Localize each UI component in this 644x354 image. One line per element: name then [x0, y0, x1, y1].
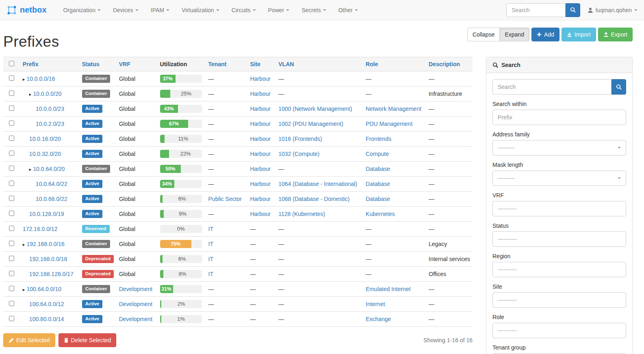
tenant-cell: — [206, 312, 248, 327]
column-header-site[interactable]: Site [247, 57, 276, 71]
filter-select-address-family[interactable]: --------- [492, 140, 626, 155]
utilization-bar: 25% [160, 90, 202, 98]
prefix-link[interactable]: 10.0.0.0/23 [36, 106, 64, 112]
column-header-tenant[interactable]: Tenant [206, 57, 248, 71]
expand-button[interactable]: Expand [499, 28, 529, 41]
row-checkbox[interactable] [9, 196, 14, 201]
column-header-vrf[interactable]: VRF [117, 57, 158, 71]
vrf-cell: Global [117, 237, 158, 252]
row-checkbox[interactable] [9, 226, 14, 231]
row-checkbox[interactable] [9, 121, 14, 126]
filter-search-input[interactable] [492, 79, 611, 95]
column-header-description[interactable]: Description [426, 57, 473, 71]
navbar-search [506, 3, 580, 17]
filter-group-vrf: VRF---------- [492, 192, 626, 216]
site-cell: Harbour [247, 192, 276, 207]
search-icon [616, 84, 622, 90]
row-checkbox[interactable] [9, 271, 14, 276]
vrf-cell: Development [117, 282, 158, 297]
nav-menu-secrets[interactable]: Secrets [295, 0, 332, 20]
user-icon [588, 7, 593, 13]
utilization-bar: 6% [160, 255, 202, 263]
row-checkbox[interactable] [9, 316, 14, 321]
row-checkbox[interactable] [9, 106, 14, 111]
filter-search-button[interactable] [611, 79, 626, 95]
row-checkbox[interactable] [9, 151, 14, 156]
prefix-link[interactable]: 10.0.0.0/20 [33, 91, 61, 97]
row-checkbox[interactable] [9, 76, 14, 81]
nav-menu-ipam[interactable]: IPAM [145, 0, 176, 20]
table-row: 172.16.0.0/12 Reserved Global 0% IT — — … [3, 222, 473, 237]
nav-menu-circuits[interactable]: Circuits [226, 0, 262, 20]
prefix-link[interactable]: 192.168.0.0/18 [29, 256, 67, 262]
prefix-link[interactable]: 100.64.0.0/12 [29, 301, 64, 307]
description-cell: — [426, 162, 473, 177]
collapse-button[interactable]: Collapse [467, 28, 500, 41]
user-menu[interactable]: luqman.qohen [588, 7, 637, 13]
prefix-link[interactable]: 10.0.128.0/19 [29, 211, 64, 217]
prefix-link[interactable]: 10.0.32.0/20 [29, 151, 61, 157]
column-header-role[interactable]: Role [363, 57, 426, 71]
add-button[interactable]: Add [531, 28, 559, 41]
filter-label-status: Status [492, 222, 626, 229]
row-checkbox[interactable] [9, 286, 14, 291]
column-header-vlan[interactable]: VLAN [276, 57, 363, 71]
row-checkbox[interactable] [9, 241, 14, 246]
description-cell: — [426, 312, 473, 327]
site-cell: Harbour [247, 177, 276, 192]
prefix-link[interactable]: 100.64.0.0/10 [26, 286, 61, 292]
description-cell: Offices [426, 267, 473, 282]
row-checkbox[interactable] [9, 91, 14, 96]
filter-multi-status[interactable]: ---------- [492, 231, 626, 247]
table-row: 10.0.64.0/22 Active Global 34% — Harbour… [3, 177, 473, 192]
filter-multi-vrf[interactable]: ---------- [492, 201, 626, 216]
navbar-search-button[interactable] [566, 3, 580, 17]
delete-selected-button[interactable]: Delete Selected [59, 333, 117, 347]
prefix-link[interactable]: 192.168.128.0/17 [29, 271, 74, 277]
vrf-cell: Global [117, 101, 158, 117]
nav-menu-organization[interactable]: Organization [57, 0, 107, 20]
row-checkbox[interactable] [9, 166, 14, 171]
prefix-link[interactable]: 10.0.68.0/22 [36, 196, 67, 202]
filter-multi-site[interactable]: ---------- [492, 292, 626, 308]
nav-menu-other[interactable]: Other [332, 0, 364, 20]
select-all-checkbox[interactable] [9, 61, 14, 66]
prefix-link[interactable]: 10.0.16.0/20 [29, 136, 61, 142]
filter-multi-region[interactable]: ---------- [492, 262, 626, 277]
utilization-bar: 9% [160, 210, 202, 218]
prefix-link[interactable]: 10.0.64.0/20 [33, 166, 65, 172]
column-header-prefix[interactable]: Prefix [20, 57, 80, 71]
search-icon [570, 7, 576, 13]
row-checkbox[interactable] [9, 211, 14, 216]
filter-select-mask-length[interactable]: --------- [492, 171, 626, 186]
prefix-link[interactable]: 10.0.0.0/16 [26, 76, 55, 82]
vlan-cell: — [276, 222, 363, 237]
nav-menu-virtualization[interactable]: Virtualization [176, 0, 226, 20]
row-checkbox[interactable] [9, 136, 14, 141]
navbar-search-input[interactable] [506, 3, 566, 17]
role-cell: Database [363, 177, 426, 192]
tenant-cell: Public Sector [206, 192, 248, 207]
filter-input-search-within[interactable] [492, 110, 626, 125]
table-row: ▸10.0.0.0/20 Container Global 25% — Harb… [3, 86, 473, 101]
prefix-link[interactable]: 192.168.0.0/16 [26, 241, 64, 247]
vrf-cell: Development [117, 297, 158, 312]
nav-menu-power[interactable]: Power [262, 0, 296, 20]
netbox-brand[interactable]: netbox [7, 5, 47, 15]
row-checkbox[interactable] [9, 181, 14, 186]
table-row: 100.80.0.0/14 Active Development 1% — — … [3, 312, 473, 327]
edit-selected-button[interactable]: Edit Selected [3, 333, 55, 347]
prefix-link[interactable]: 10.0.2.0/23 [36, 121, 64, 127]
nav-menu-devices[interactable]: Devices [107, 0, 145, 20]
row-checkbox[interactable] [9, 301, 14, 306]
filter-input-search-within[interactable] [498, 114, 621, 121]
column-header-status[interactable]: Status [80, 57, 117, 71]
tenant-cell: — [206, 297, 248, 312]
prefix-link[interactable]: 172.16.0.0/12 [23, 226, 58, 232]
export-button[interactable]: Export [598, 28, 633, 41]
prefix-link[interactable]: 100.80.0.0/14 [29, 316, 64, 322]
import-button[interactable]: Import [562, 28, 596, 41]
row-checkbox[interactable] [9, 256, 14, 261]
prefix-link[interactable]: 10.0.64.0/22 [36, 181, 67, 187]
filter-multi-role[interactable]: ---------- [492, 323, 626, 338]
